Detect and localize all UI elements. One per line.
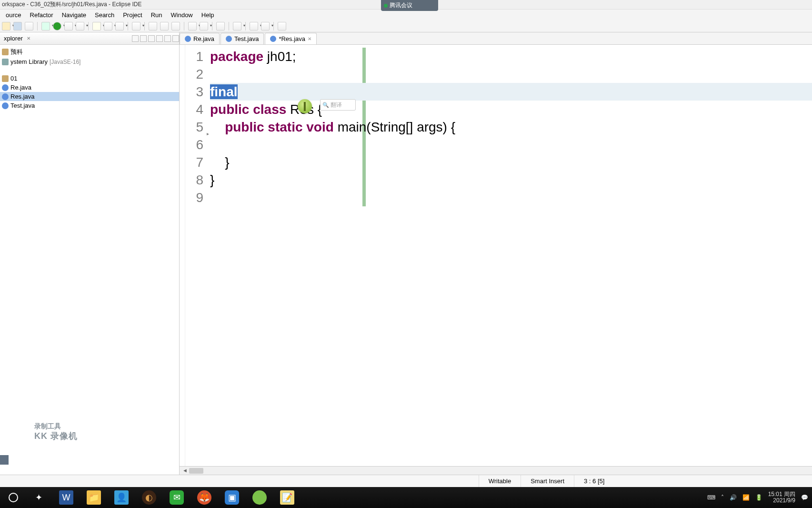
link-editor-icon[interactable] — [140, 35, 147, 42]
toggle-mark-icon[interactable] — [149, 22, 157, 30]
tray-volume-icon[interactable]: 🔊 — [730, 494, 737, 501]
toolbar-sep — [144, 22, 145, 30]
close-icon[interactable]: ✕ — [27, 36, 30, 41]
eclipse-app-icon[interactable]: ◐ — [142, 490, 156, 505]
menu-run[interactable]: Run — [147, 10, 166, 20]
tray-battery-icon[interactable]: 🔋 — [755, 494, 762, 501]
tray-ime-icon[interactable]: ⌨ — [707, 494, 715, 501]
windows-taskbar: ✦ W 📁 👤 ◐ ✉ 🦊 ▣ 📝 ⌨ ˄ 🔊 📶 🔋 15:01 周四 202… — [0, 487, 812, 508]
external-tools-icon[interactable] — [76, 22, 84, 30]
editor-tab-label: Re.java — [193, 35, 214, 42]
tree-file[interactable]: Res.java — [0, 92, 179, 101]
tree-project[interactable]: 预科 — [0, 47, 179, 57]
tree-file[interactable]: Test.java — [0, 101, 179, 110]
word-app-icon[interactable]: W — [59, 490, 73, 505]
line-number: 1 — [185, 48, 208, 65]
tree-library-label: ystem Library — [10, 58, 48, 65]
editor-body[interactable]: 1 2 3 4 5▸ 6 7 8 9 package jh01; final p… — [180, 45, 812, 466]
menu-help[interactable]: Help — [198, 10, 218, 20]
tree-package[interactable]: 01 — [0, 74, 179, 83]
menu-search[interactable]: Search — [91, 10, 118, 20]
show-whitespace-icon[interactable] — [171, 22, 180, 30]
save-all-icon[interactable] — [25, 22, 33, 30]
line-number: 2 — [185, 65, 208, 83]
tray-wifi-icon[interactable]: 📶 — [742, 494, 750, 501]
new-package-icon[interactable] — [92, 22, 101, 30]
notes-app-icon[interactable]: 📝 — [280, 490, 294, 505]
tree-file-label: Test.java — [10, 102, 35, 109]
browser-app-icon[interactable]: 🦊 — [197, 490, 211, 505]
tree-file-label: Re.java — [10, 84, 31, 91]
tree-library-version: [JavaSE-16] — [50, 59, 80, 65]
menu-bar: ource Refactor Navigate Search Project R… — [0, 10, 812, 20]
menu-source[interactable]: ource — [2, 10, 25, 20]
save-icon[interactable] — [13, 22, 22, 30]
back-icon[interactable] — [250, 22, 258, 30]
new-class-icon[interactable] — [104, 22, 112, 30]
focus-icon[interactable] — [148, 35, 155, 42]
explorer-tab-label[interactable]: xplorer — [4, 35, 23, 42]
line-number: 6 — [185, 136, 208, 153]
editor-tab-label: *Res.java — [279, 35, 305, 42]
wechat-app-icon[interactable]: ✉ — [170, 490, 184, 505]
contacts-app-icon[interactable]: 👤 — [114, 490, 129, 505]
java-file-icon — [185, 36, 191, 42]
collapse-all-icon[interactable] — [132, 35, 139, 42]
editor-area: Re.java Test.java *Res.java ✕ 1 2 3 4 5▸… — [180, 32, 812, 475]
maximize-icon[interactable] — [172, 35, 179, 42]
app-icon[interactable] — [252, 490, 267, 505]
java-file-icon — [2, 102, 9, 109]
menu-project[interactable]: Project — [119, 10, 146, 20]
editor-tab[interactable]: Re.java — [180, 33, 220, 44]
menu-window[interactable]: Window — [167, 10, 197, 20]
annotation-prev-icon[interactable] — [188, 22, 197, 30]
inline-translate-hint[interactable]: 翻译 — [320, 99, 356, 111]
forward-icon[interactable] — [261, 22, 270, 30]
editor-tab[interactable]: Test.java — [221, 33, 264, 44]
perspective-icon[interactable] — [278, 22, 286, 30]
code-line — [210, 65, 812, 83]
minimize-icon[interactable] — [164, 35, 171, 42]
editor-tab[interactable]: *Res.java ✕ — [265, 33, 317, 44]
tray-chevron-up-icon[interactable]: ˄ — [721, 494, 724, 501]
close-icon[interactable]: ✕ — [308, 36, 311, 41]
toolbar-sep — [245, 22, 246, 30]
open-type-icon[interactable] — [115, 22, 124, 30]
search-icon[interactable] — [132, 22, 140, 30]
skip-breakpoints-icon[interactable] — [216, 22, 225, 30]
menu-refactor[interactable]: Refactor — [26, 10, 57, 20]
screen-pointer-highlight-icon: I — [298, 99, 312, 113]
line-number: 4 — [185, 101, 208, 118]
run-icon[interactable] — [53, 22, 61, 30]
coverage-icon[interactable] — [64, 22, 73, 30]
tree-library[interactable]: ystem Library [JavaSE-16] — [0, 57, 179, 66]
code-line-current: final — [210, 83, 812, 101]
tray-clock[interactable]: 15:01 周四 2021/9/9 — [768, 491, 795, 504]
cortana-icon[interactable] — [9, 493, 18, 502]
menu-navigate[interactable]: Navigate — [58, 10, 90, 20]
scroll-thumb[interactable] — [189, 468, 203, 474]
scroll-left-icon[interactable]: ◄ — [182, 467, 188, 473]
task-view-icon[interactable]: ✦ — [31, 490, 46, 505]
code-area[interactable]: package jh01; final public class Res { p… — [208, 45, 812, 466]
toolbar-sep — [229, 22, 229, 30]
tree-file[interactable]: Re.java — [0, 83, 179, 92]
explorer-tab-bar: xplorer ✕ — [0, 32, 179, 45]
debug-icon[interactable] — [41, 22, 50, 30]
view-menu-icon[interactable] — [156, 35, 163, 42]
line-gutter: 1 2 3 4 5▸ 6 7 8 9 — [185, 45, 208, 466]
explorer-tree[interactable]: 预科 ystem Library [JavaSE-16] 01 Re.java … — [0, 45, 179, 112]
code-line — [210, 136, 812, 153]
explorer-tab-toolbar — [132, 35, 179, 42]
meeting-app-icon[interactable]: ▣ — [225, 490, 239, 505]
new-icon[interactable] — [2, 22, 10, 30]
editor-hscrollbar[interactable]: ◄ — [180, 466, 812, 475]
tray-notifications-icon[interactable]: 💬 — [801, 494, 808, 501]
pin-icon[interactable] — [233, 22, 241, 30]
toolbar-sep — [37, 22, 38, 30]
toolbar-sep — [273, 22, 274, 30]
toggle-block-icon[interactable] — [160, 22, 169, 30]
file-explorer-icon[interactable]: 📁 — [87, 490, 101, 505]
annotation-next-icon[interactable] — [200, 22, 208, 30]
code-line: package jh01; — [210, 48, 812, 65]
